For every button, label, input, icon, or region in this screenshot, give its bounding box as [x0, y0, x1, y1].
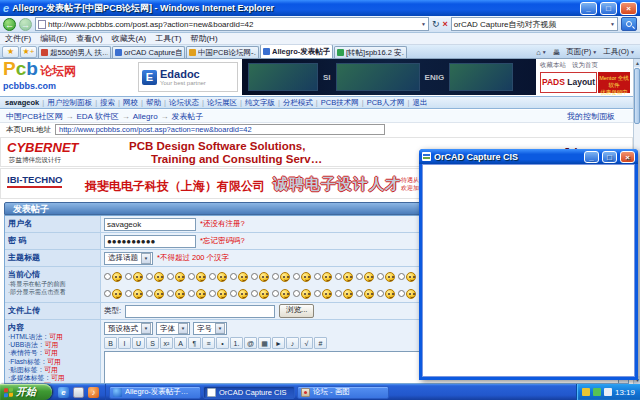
add-favorite-button[interactable]: ★+ — [20, 46, 37, 58]
ie-quicklaunch-icon[interactable]: e — [58, 387, 69, 398]
emoticon-option[interactable] — [209, 272, 230, 282]
emoticon-option[interactable] — [272, 289, 293, 299]
editor-toolbar-button[interactable]: x² — [160, 337, 173, 349]
editor-toolbar-button[interactable]: 1. — [230, 337, 243, 349]
taskbar-task-button[interactable]: Allegro-发表帖子… — [109, 386, 201, 399]
editor-toolbar-button[interactable]: # — [314, 337, 327, 349]
search-dropdown-arrow-icon[interactable]: ▼ — [610, 21, 615, 27]
emoticon-option[interactable] — [188, 289, 209, 299]
media-player-icon[interactable]: ♪ — [88, 387, 99, 398]
emoticon-option[interactable] — [356, 289, 377, 299]
editor-toolbar-button[interactable]: B — [104, 337, 117, 349]
orcad-window[interactable]: OrCAD Capture CIS _ □ × — [419, 149, 638, 380]
emoticon-option[interactable] — [356, 272, 377, 282]
orcad-window-body[interactable] — [422, 164, 635, 377]
nav-link[interactable]: 论坛展区 — [207, 98, 237, 108]
close-button[interactable]: × — [620, 2, 637, 15]
emoticon-option[interactable] — [188, 272, 209, 282]
editor-toolbar-button[interactable]: S — [146, 337, 159, 349]
site-logo[interactable]: Pcb论坛网 pcbbbs.com — [3, 61, 76, 91]
editor-toolbar-button[interactable]: √ — [300, 337, 313, 349]
nav-link[interactable]: 网校 — [123, 98, 138, 108]
stop-button[interactable]: × — [443, 18, 448, 31]
favorites-center-button[interactable]: ★ — [2, 46, 19, 58]
browser-tab[interactable]: 中国PCB论坛网-… — [186, 46, 259, 58]
menu-item[interactable]: 工具(T) — [155, 33, 181, 44]
search-button[interactable] — [621, 17, 637, 31]
nav-link[interactable]: 论坛状态 — [169, 98, 199, 108]
browser-tab[interactable]: 超550的男人 扶… — [38, 46, 111, 58]
refresh-button[interactable]: ↻ — [432, 18, 440, 31]
emoticon-option[interactable] — [167, 272, 188, 282]
address-dropdown-arrow-icon[interactable]: ▼ — [421, 21, 426, 27]
nav-link[interactable]: PCB技术网 — [321, 98, 359, 108]
browse-button[interactable]: 浏览... — [279, 304, 314, 318]
minimize-button[interactable]: _ — [580, 2, 597, 15]
password-input[interactable] — [104, 235, 196, 248]
emoticon-option[interactable] — [125, 289, 146, 299]
topic-select[interactable]: 选择话题 ▼ — [104, 252, 153, 265]
emoticon-option[interactable] — [272, 272, 293, 282]
emoticon-option[interactable] — [398, 289, 419, 299]
nav-link[interactable]: 分栏模式 — [283, 98, 313, 108]
editor-select[interactable]: 字体▼ — [156, 322, 190, 335]
nav-link[interactable]: 退出 — [413, 98, 428, 108]
corner-link[interactable]: 收藏本站 — [540, 61, 566, 70]
home-button[interactable]: ⌂▼ — [536, 48, 546, 57]
network-icon[interactable] — [593, 388, 601, 396]
browser-tab[interactable]: [转帖]spb16.2 安… — [334, 46, 407, 58]
taskbar-task-button[interactable]: 论坛 - 画图 — [297, 386, 389, 399]
editor-toolbar-button[interactable]: A — [174, 337, 187, 349]
page-menu-button[interactable]: 页面(P)▼ — [566, 47, 597, 57]
orcad-close-button[interactable]: × — [620, 151, 635, 163]
pads-banner[interactable]: PADS Layout — [540, 72, 597, 93]
emoticon-option[interactable] — [293, 272, 314, 282]
menu-item[interactable]: 帮助(H) — [190, 33, 217, 44]
emoticon-option[interactable] — [104, 272, 125, 282]
emoticon-option[interactable] — [146, 289, 167, 299]
emoticon-option[interactable] — [377, 272, 398, 282]
emoticon-option[interactable] — [251, 272, 272, 282]
maximize-button[interactable]: □ — [600, 2, 617, 15]
editor-toolbar-button[interactable]: U — [132, 337, 145, 349]
editor-toolbar-button[interactable]: @ — [244, 337, 257, 349]
editor-toolbar-button[interactable]: ¶ — [188, 337, 201, 349]
back-button[interactable]: ← — [3, 18, 16, 31]
browser-titlebar[interactable]: e Allegro-发表帖子[中国PCB论坛网] - Windows Inter… — [0, 0, 640, 16]
emoticon-option[interactable] — [398, 272, 419, 282]
editor-toolbar-button[interactable]: ▦ — [258, 337, 271, 349]
browser-tab[interactable]: orCAD Capture自… — [112, 46, 185, 58]
editor-select[interactable]: 字号▼ — [193, 322, 227, 335]
forward-button[interactable]: → — [19, 18, 32, 31]
nav-link[interactable]: 纯文字版 — [245, 98, 275, 108]
my-control-panel-link[interactable]: 我的控制面板 — [567, 111, 627, 122]
breadcrumb-link[interactable]: 中国PCB社区网 — [6, 111, 62, 122]
nav-link[interactable]: 帮助 — [146, 98, 161, 108]
emoticon-option[interactable] — [335, 289, 356, 299]
editor-toolbar-button[interactable]: • — [216, 337, 229, 349]
url-line-value[interactable]: http://www.pcbbbs.com/post.asp?action=ne… — [55, 124, 385, 135]
emoticon-option[interactable] — [314, 272, 335, 282]
emoticon-option[interactable] — [293, 289, 314, 299]
nav-link[interactable]: PCB人才网 — [367, 98, 405, 108]
forgot-password-link[interactable]: *忘记密码吗? — [200, 236, 245, 246]
emoticon-option[interactable] — [125, 272, 146, 282]
start-button[interactable]: 开始 — [0, 384, 52, 400]
corner-link[interactable]: 设为首页 — [572, 61, 598, 70]
emoticon-option[interactable] — [104, 289, 125, 299]
search-input[interactable]: orCAD Capture自动对齐视频 ▼ — [451, 17, 618, 31]
register-hint-link[interactable]: *还没有注册? — [200, 219, 245, 229]
editor-toolbar-button[interactable]: I — [118, 337, 131, 349]
volume-icon[interactable] — [604, 388, 612, 396]
breadcrumb-link[interactable]: 发表帖子 — [172, 111, 204, 122]
emoticon-option[interactable] — [335, 272, 356, 282]
emoticon-option[interactable] — [167, 289, 188, 299]
nav-link[interactable]: 用户控制面板 — [47, 98, 92, 108]
show-desktop-icon[interactable] — [73, 387, 84, 398]
emoticon-option[interactable] — [377, 289, 398, 299]
emoticon-option[interactable] — [230, 272, 251, 282]
emoticon-option[interactable] — [251, 289, 272, 299]
breadcrumb-link[interactable]: EDA 软件区 — [76, 111, 118, 122]
orcad-minimize-button[interactable]: _ — [584, 151, 599, 163]
emoticon-option[interactable] — [314, 289, 335, 299]
